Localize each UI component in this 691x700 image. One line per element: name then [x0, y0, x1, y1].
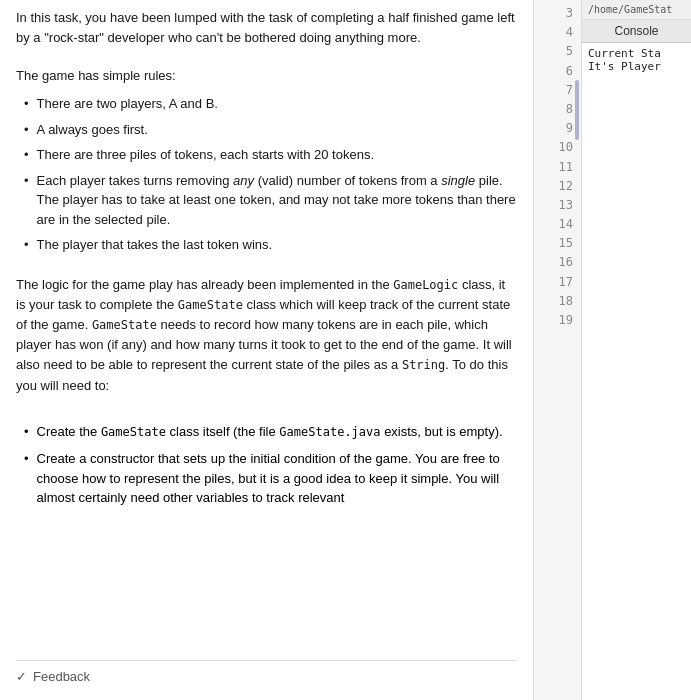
intro-paragraph: In this task, you have been lumped with …	[16, 8, 517, 56]
gamestate-code-2: GameState	[92, 318, 157, 332]
line-8: 8	[534, 100, 581, 119]
rules-section: The game has simple rules: There are two…	[16, 66, 517, 265]
line-16: 16	[534, 253, 581, 272]
rules-list: There are two players, A and B. A always…	[24, 94, 517, 255]
line-3: 3	[534, 4, 581, 23]
line-5: 5	[534, 42, 581, 61]
line-6: 6	[534, 62, 581, 81]
task-item-1: Create the GameState class itself (the f…	[24, 422, 517, 442]
tasks-list: Create the GameState class itself (the f…	[24, 422, 517, 516]
feedback-label: Feedback	[33, 669, 90, 684]
main-content-area: In this task, you have been lumped with …	[0, 0, 533, 700]
line-numbers-panel: 3 4 5 6 7 8 9 10 11 12 13 14 15 16 17 18…	[533, 0, 581, 700]
line-19: 19	[534, 311, 581, 330]
file-path: /home/GameStat	[582, 0, 691, 20]
rule-item-3: There are three piles of tokens, each st…	[24, 145, 517, 165]
scrollbar[interactable]	[575, 80, 579, 140]
line-11: 11	[534, 158, 581, 177]
checkmark-icon: ✓	[16, 669, 27, 684]
rules-heading: The game has simple rules:	[16, 66, 517, 86]
rule-item-2: A always goes first.	[24, 120, 517, 140]
console-line-1: Current Sta	[588, 47, 685, 60]
line-12: 12	[534, 177, 581, 196]
line-10: 10	[534, 138, 581, 157]
gamelogic-code: GameLogic	[393, 278, 458, 292]
feedback-bar[interactable]: ✓ Feedback	[16, 660, 517, 684]
line-7: 7	[534, 81, 581, 100]
line-15: 15	[534, 234, 581, 253]
line-9: 9	[534, 119, 581, 138]
console-output: Current Sta It's Player	[582, 43, 691, 700]
console-line-2: It's Player	[588, 60, 685, 73]
logic-paragraph: The logic for the game play has already …	[16, 275, 517, 404]
gamestate-code-1: GameState	[178, 298, 243, 312]
gamestate-code-3: GameState	[101, 425, 166, 439]
rule-item-5: The player that takes the last token win…	[24, 235, 517, 255]
gamestate-java-code: GameState.java	[279, 425, 380, 439]
line-17: 17	[534, 273, 581, 292]
rule-item-4: Each player takes turns removing any (va…	[24, 171, 517, 230]
line-18: 18	[534, 292, 581, 311]
console-header[interactable]: Console	[582, 20, 691, 43]
string-code: String	[402, 358, 445, 372]
task-item-2: Create a constructor that sets up the in…	[24, 449, 517, 508]
line-13: 13	[534, 196, 581, 215]
line-4: 4	[534, 23, 581, 42]
line-14: 14	[534, 215, 581, 234]
right-panel: /home/GameStat Console Current Sta It's …	[581, 0, 691, 700]
rule-item-1: There are two players, A and B.	[24, 94, 517, 114]
intro-text: In this task, you have been lumped with …	[16, 8, 517, 48]
